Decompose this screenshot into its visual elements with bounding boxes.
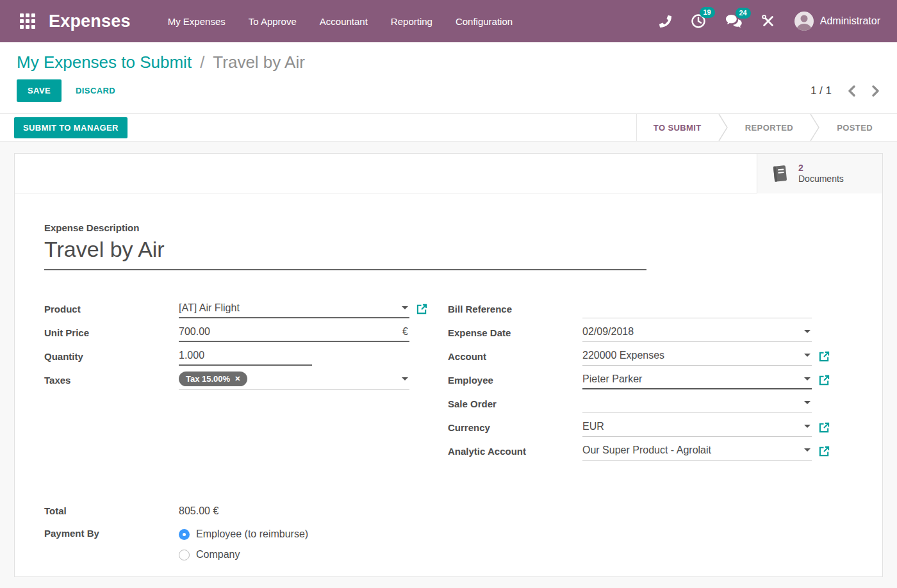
left-column: Product [AT] Air Flight Unit Price 700.0… xyxy=(44,298,448,464)
menu-accountant[interactable]: Accountant xyxy=(320,16,368,27)
messages-button[interactable]: 24 xyxy=(725,14,742,28)
book-icon xyxy=(769,163,791,184)
menu-my-expenses[interactable]: My Expenses xyxy=(168,16,226,27)
currency-input[interactable]: EUR xyxy=(582,419,812,437)
product-value: [AT] Air Flight xyxy=(179,302,397,314)
menu-reporting[interactable]: Reporting xyxy=(391,16,432,27)
currency-external-link-button[interactable] xyxy=(819,422,830,433)
dropdown-caret-icon[interactable] xyxy=(804,425,811,428)
dropdown-caret-icon[interactable] xyxy=(804,377,811,380)
total-label: Total xyxy=(44,505,179,516)
product-external-link-button[interactable] xyxy=(416,304,427,314)
breadcrumb-parent[interactable]: My Expenses to Submit xyxy=(17,53,192,72)
dropdown-caret-icon[interactable] xyxy=(402,306,408,309)
unit-price-value: 700.00 xyxy=(179,326,402,338)
documents-stat-button[interactable]: 2 Documents xyxy=(757,154,882,193)
status-step-reported[interactable]: REPORTED xyxy=(728,114,810,141)
analytic-account-value: Our Super Product - Agrolait xyxy=(582,445,799,456)
activity-count-badge: 19 xyxy=(700,7,715,18)
analytic-account-input[interactable]: Our Super Product - Agrolait xyxy=(582,443,812,461)
dropdown-caret-icon[interactable] xyxy=(804,448,811,452)
analytic-account-row: Analytic Account Our Super Product - Agr… xyxy=(448,441,853,462)
totals-section: Total 805.00 € Payment By Employee (to r… xyxy=(44,500,853,565)
message-count-badge: 24 xyxy=(736,8,751,19)
app-title[interactable]: Expenses xyxy=(49,12,131,31)
dropdown-caret-icon[interactable] xyxy=(804,401,811,404)
external-link-icon xyxy=(416,304,427,314)
tools-button[interactable] xyxy=(761,14,775,28)
status-step-posted[interactable]: POSTED xyxy=(820,114,889,141)
account-external-link-button[interactable] xyxy=(819,351,830,362)
employee-input[interactable]: Pieter Parker xyxy=(582,372,812,389)
activities-button[interactable]: 19 xyxy=(691,13,706,29)
expense-form-card: 2 Documents Expense Description Travel b… xyxy=(14,153,883,577)
radio-unselected-icon[interactable] xyxy=(179,550,190,560)
bill-reference-label: Bill Reference xyxy=(448,304,582,314)
pager-previous-button[interactable] xyxy=(847,85,856,97)
payment-by-label: Payment By xyxy=(44,524,179,565)
unit-price-input[interactable]: 700.00 € xyxy=(179,324,409,342)
payment-by-group: Payment By Employee (to reimburse) Compa… xyxy=(44,524,853,565)
expense-date-value: 02/09/2018 xyxy=(582,326,799,338)
sale-order-input[interactable] xyxy=(582,395,812,413)
unit-price-label: Unit Price xyxy=(44,327,179,338)
analytic-account-label: Analytic Account xyxy=(448,446,582,457)
user-menu[interactable]: Administrator xyxy=(794,12,880,31)
quantity-value: 1.000 xyxy=(179,350,311,361)
expense-date-row: Expense Date 02/09/2018 xyxy=(448,322,853,343)
expense-description-label: Expense Description xyxy=(44,222,853,233)
payment-options: Employee (to reimburse) Company xyxy=(179,524,308,565)
payment-option-employee[interactable]: Employee (to reimburse) xyxy=(179,524,308,544)
expense-date-input[interactable]: 02/09/2018 xyxy=(582,324,812,342)
dropdown-caret-icon[interactable] xyxy=(804,330,811,333)
total-value: 805.00 € xyxy=(179,505,218,517)
submit-to-manager-button[interactable]: SUBMIT TO MANAGER xyxy=(14,117,128,138)
menu-configuration[interactable]: Configuration xyxy=(456,16,513,27)
sale-order-label: Sale Order xyxy=(448,398,582,409)
status-step-to-submit[interactable]: TO SUBMIT xyxy=(637,114,718,141)
breadcrumb-separator: / xyxy=(196,53,208,72)
dropdown-caret-icon[interactable] xyxy=(804,354,811,357)
employee-external-link-button[interactable] xyxy=(819,375,830,386)
user-name: Administrator xyxy=(820,15,880,27)
avatar xyxy=(794,12,814,31)
radio-selected-icon[interactable] xyxy=(179,529,190,540)
analytic-account-external-link-button[interactable] xyxy=(819,446,830,457)
step-arrow-icon xyxy=(718,114,728,141)
dropdown-caret-icon[interactable] xyxy=(402,377,408,380)
breadcrumb: My Expenses to Submit / Travel by Air xyxy=(17,50,880,74)
currency-suffix: € xyxy=(402,326,408,338)
documents-count: 2 xyxy=(798,163,844,174)
chevron-right-icon xyxy=(871,85,880,97)
discard-button[interactable]: DISCARD xyxy=(76,86,115,95)
stat-text: 2 Documents xyxy=(798,163,844,184)
quantity-row: Quantity 1.000 xyxy=(44,346,448,367)
external-link-icon xyxy=(819,446,830,457)
currency-row: Currency EUR xyxy=(448,417,853,438)
product-label: Product xyxy=(44,304,179,314)
account-input[interactable]: 220000 Expenses xyxy=(582,348,812,366)
top-navbar: Expenses My Expenses To Approve Accounta… xyxy=(0,0,897,42)
tag-remove-icon[interactable]: ✕ xyxy=(235,375,240,383)
pager-next-button[interactable] xyxy=(871,85,880,97)
payment-option-employee-label: Employee (to reimburse) xyxy=(196,528,308,540)
product-input[interactable]: [AT] Air Flight xyxy=(179,300,409,318)
taxes-input[interactable]: Tax 15.00% ✕ xyxy=(179,370,409,390)
quantity-input[interactable]: 1.000 xyxy=(179,348,312,366)
account-value: 220000 Expenses xyxy=(582,350,799,361)
menu-to-approve[interactable]: To Approve xyxy=(249,16,297,27)
employee-label: Employee xyxy=(448,375,582,386)
taxes-row: Taxes Tax 15.00% ✕ xyxy=(44,370,448,391)
tax-tag-label: Tax 15.00% xyxy=(186,374,230,384)
documents-label: Documents xyxy=(798,174,844,184)
expense-description-input[interactable]: Travel by Air xyxy=(44,237,646,270)
right-column: Bill Reference Expense Date 02/09/2018 A… xyxy=(448,298,853,464)
payment-option-company[interactable]: Company xyxy=(179,544,308,565)
save-button[interactable]: SAVE xyxy=(17,79,62,102)
phone-button[interactable] xyxy=(659,15,671,28)
apps-menu-button[interactable] xyxy=(17,10,38,32)
external-link-icon xyxy=(819,351,830,362)
tools-icon xyxy=(761,14,775,28)
bill-reference-input[interactable] xyxy=(582,300,812,318)
external-link-icon xyxy=(819,375,830,386)
